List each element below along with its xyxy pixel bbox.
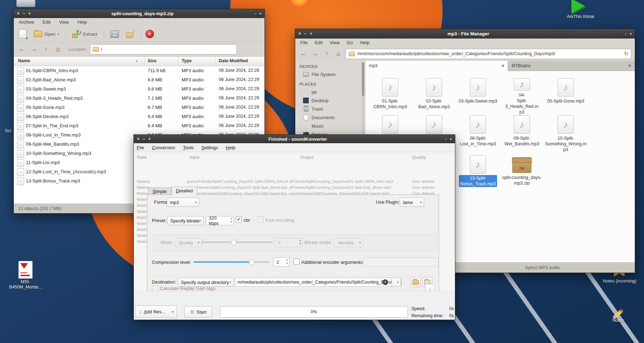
- sk-titlebar[interactable]: × – + Finished - soundKonverter ○ ▾: [134, 135, 455, 143]
- pdf-file-icon[interactable]: [18, 261, 33, 279]
- column-output[interactable]: Output: [300, 155, 314, 160]
- browse-folder-button[interactable]: [411, 277, 421, 287]
- menu-item[interactable]: View: [59, 19, 69, 25]
- extract-to-button[interactable]: ↑: [124, 29, 137, 39]
- menu-item[interactable]: Conversion: [152, 145, 175, 150]
- sidebar-item[interactable]: pb: [295, 88, 365, 96]
- sidebar-item[interactable]: Documents: [295, 113, 365, 122]
- add-files-dropdown[interactable]: ▾: [169, 306, 177, 318]
- add-files-button[interactable]: ♪ Add files...: [135, 306, 170, 318]
- table-row[interactable]: ♪ 01-Split-CBRN_Intro.mp3 711.9 kB MP3 a…: [14, 66, 264, 75]
- fm-titlebar[interactable]: × – + mp3 - File Manager ○ ▾: [295, 29, 635, 39]
- sidebar-item[interactable]: Music: [295, 122, 365, 130]
- file-icon-cell[interactable]: ♪ zip 13-Split- Bonus_Track.mp3: [456, 155, 500, 187]
- destination-path-input[interactable]: m/media/audio/pb/collection/new_order/_C…: [235, 278, 401, 287]
- close-icon[interactable]: ×: [298, 29, 301, 38]
- back-icon[interactable]: ←: [17, 45, 27, 54]
- file-icon-cell[interactable]: ♪ zip 01-Split- CBRN_Intro.mp3: [368, 78, 412, 115]
- minimize-icon[interactable]: –: [304, 29, 307, 38]
- menu-item[interactable]: Go: [347, 40, 353, 45]
- file-icon-cell[interactable]: ♪ zip 09-Split- Wet_Bandits.mp3: [500, 115, 544, 155]
- close-icon[interactable]: ×: [137, 135, 139, 144]
- close-archive-icon[interactable]: ×: [146, 30, 154, 38]
- close-icon[interactable]: ×: [17, 9, 19, 18]
- menu-item[interactable]: Help: [226, 145, 235, 150]
- menu-item[interactable]: Help: [78, 19, 87, 25]
- file-icon-cell[interactable]: ♪ zip 04- Split-3_Heads_Red.m p3: [500, 78, 544, 115]
- menu-item[interactable]: View: [330, 40, 340, 45]
- table-header[interactable]: Name ▾ Size Type Date Modified: [14, 57, 264, 66]
- fast-encoding-checkbox[interactable]: [258, 216, 264, 222]
- back-icon[interactable]: ←: [299, 49, 308, 58]
- window-menu-icon[interactable]: ▾: [450, 135, 452, 144]
- move-down-button[interactable]: ↓: [425, 284, 435, 291]
- conversion-row[interactable]: Waiting gories/Friends/Split/Counting_Da…: [134, 179, 455, 185]
- table-row[interactable]: ♪ 04-Split-3_Heads_Red.mp3 7.1 MB MP3 au…: [14, 94, 264, 103]
- sidebar-item[interactable]: Desktop: [295, 96, 365, 105]
- file-icon-cell[interactable]: ♪ zip 03-Split-Sweet.mp3: [456, 78, 500, 115]
- menu-item[interactable]: Archive: [19, 19, 34, 25]
- menu-item[interactable]: Tools: [183, 145, 194, 150]
- desktop-icon-label[interactable]: Notes: [604, 318, 632, 323]
- quality-slider[interactable]: [201, 240, 273, 245]
- shade-icon[interactable]: ○: [254, 9, 256, 18]
- maximize-icon[interactable]: +: [28, 9, 31, 18]
- mode-select[interactable]: Quality▾: [176, 238, 202, 247]
- sidebar-item[interactable]: Trash: [295, 105, 365, 113]
- plugin-select[interactable]: lame▾: [400, 198, 424, 207]
- cbr-checkbox[interactable]: ✓: [236, 216, 242, 222]
- menu-item[interactable]: Help: [360, 40, 370, 45]
- file-icon-cell[interactable]: ♪ zip split-counting_days- mp3.zip: [500, 155, 544, 187]
- maximize-icon[interactable]: +: [148, 135, 151, 144]
- table-row[interactable]: ♪ 03-Split-Sweet.mp3 9.8 MB MP3 audio 06…: [14, 85, 264, 94]
- file-icon-cell[interactable]: ♪ zip 08-Split- Lost_in_Time.mp3: [456, 115, 500, 155]
- sidebar-item[interactable]: File System: [295, 70, 365, 79]
- tab-detailed[interactable]: Detailed: [171, 187, 198, 196]
- preset-select[interactable]: Specify bitrate▾: [167, 216, 204, 225]
- file-icon-cell[interactable]: ♪ zip 10-Split- Something_Wrong.m p3: [544, 115, 588, 155]
- file-icon-cell[interactable]: ♪ zip 05-Split-Gone.mp3: [544, 78, 588, 115]
- close-tab-icon[interactable]: ×: [502, 63, 504, 68]
- quality-spinner[interactable]: 5▴▾: [275, 238, 303, 247]
- column-quality[interactable]: Quality: [412, 155, 426, 160]
- shade-icon[interactable]: ○: [445, 135, 447, 144]
- table-row[interactable]: ♪ 06-Split-Decline.mp3 9.4 MB MP3 audio …: [14, 112, 264, 121]
- menu-item[interactable]: Edit: [42, 19, 50, 25]
- compression-spinner[interactable]: 2▴▾: [273, 257, 290, 267]
- compression-slider[interactable]: [193, 260, 270, 264]
- column-date[interactable]: Date Modified: [219, 58, 248, 63]
- home-icon[interactable]: ⌂: [53, 45, 63, 54]
- column-state[interactable]: State: [137, 155, 147, 160]
- open-button[interactable]: Open ▾: [32, 30, 61, 38]
- kimai-play-icon[interactable]: [571, 0, 585, 13]
- table-row[interactable]: ♪ 02-Split-Bad_Alone.mp3 8.8 MB MP3 audi…: [14, 75, 264, 85]
- encoder-args-input[interactable]: [363, 257, 438, 267]
- archive-titlebar[interactable]: × – + split-counting_days-mp3.zip ○ ▾: [14, 9, 264, 18]
- column-input[interactable]: Input: [189, 155, 199, 160]
- bitrate-mode-select[interactable]: Variable▾: [334, 238, 363, 247]
- reload-icon[interactable]: ↻: [624, 51, 628, 57]
- up-icon[interactable]: ↑: [41, 45, 51, 54]
- menu-item[interactable]: Settings: [201, 145, 218, 150]
- tab[interactable]: mp3 ×: [365, 61, 508, 71]
- desktop-icon-label[interactable]: ArkThis Kimai: [560, 14, 601, 19]
- clear-icon[interactable]: ×: [382, 279, 388, 285]
- forward-icon[interactable]: →: [29, 45, 39, 54]
- format-select[interactable]: mp3▾: [167, 198, 199, 207]
- column-name[interactable]: Name: [18, 58, 30, 63]
- start-button[interactable]: ⚙ Start: [184, 306, 212, 318]
- shade-icon[interactable]: ○: [625, 29, 627, 38]
- menu-item[interactable]: Edit: [315, 40, 323, 45]
- desktop-icon-label[interactable]: MSI- B450M_Mortar...: [4, 279, 47, 290]
- new-archive-button[interactable]: +: [17, 28, 29, 40]
- menu-item[interactable]: File: [300, 40, 308, 45]
- path-input[interactable]: /mnt/microcosm/media/audio/pb/collection…: [346, 49, 631, 59]
- file-icon-cell[interactable]: ♪ zip 02-Split- Bad_Alone.mp3: [412, 78, 456, 115]
- location-input[interactable]: /: [90, 44, 237, 54]
- printer-icon[interactable]: [16, 0, 35, 7]
- destination-history-dropdown[interactable]: ▾: [392, 278, 401, 287]
- extract-button[interactable]: ↻ Extract: [70, 29, 99, 39]
- column-type[interactable]: Type: [182, 58, 192, 63]
- close-tab-icon[interactable]: ×: [628, 63, 631, 68]
- archive-view-button[interactable]: [108, 29, 121, 39]
